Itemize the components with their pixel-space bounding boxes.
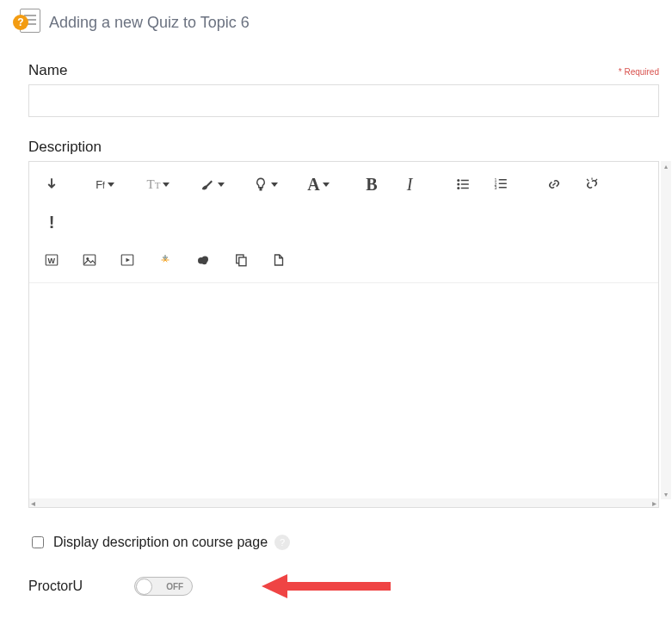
name-input[interactable] bbox=[28, 84, 659, 117]
quiz-help-badge: ? bbox=[13, 15, 28, 30]
annotation-arrow bbox=[262, 579, 391, 594]
sparkle-button[interactable] bbox=[146, 244, 184, 275]
exclaim-button[interactable]: ! bbox=[33, 207, 71, 238]
numbered-list-button[interactable]: 123 bbox=[482, 169, 520, 200]
page-title: Adding a new Quiz to Topic 6 bbox=[49, 14, 250, 32]
svg-rect-1 bbox=[461, 180, 469, 182]
svg-rect-9 bbox=[499, 183, 507, 185]
svg-rect-11 bbox=[499, 187, 507, 189]
font-color-dropdown[interactable]: A bbox=[299, 169, 337, 200]
heading-dropdown[interactable]: TT bbox=[139, 169, 177, 200]
word-import-button[interactable]: W bbox=[33, 244, 71, 275]
help-icon[interactable]: ? bbox=[274, 535, 290, 550]
editor-v-scrollbar[interactable]: ▴ ▾ bbox=[661, 161, 671, 499]
description-input[interactable] bbox=[29, 283, 658, 498]
unlink-button[interactable] bbox=[573, 169, 611, 200]
svg-rect-14 bbox=[83, 255, 96, 265]
lightbulb-dropdown[interactable] bbox=[246, 169, 284, 200]
svg-text:W: W bbox=[48, 257, 56, 265]
brush-dropdown[interactable] bbox=[193, 169, 231, 200]
svg-rect-3 bbox=[461, 183, 469, 185]
bold-button[interactable]: B bbox=[353, 169, 391, 200]
svg-point-2 bbox=[457, 183, 459, 186]
editor-toolbar: Ff TT A bbox=[29, 162, 658, 283]
description-label: Description bbox=[28, 139, 102, 156]
image-button[interactable] bbox=[71, 244, 108, 275]
proctoru-row: ProctorU OFF bbox=[28, 577, 659, 596]
toggle-knob bbox=[136, 579, 152, 595]
required-note: * Required bbox=[619, 67, 659, 77]
display-description-row: Display description on course page ? bbox=[28, 534, 659, 551]
video-button[interactable] bbox=[108, 244, 146, 275]
description-field-block: Description Ff TT bbox=[28, 139, 659, 508]
svg-rect-7 bbox=[499, 179, 507, 181]
svg-point-0 bbox=[457, 179, 459, 182]
svg-rect-5 bbox=[461, 188, 469, 189]
proctoru-label: ProctorU bbox=[28, 579, 83, 594]
svg-point-4 bbox=[457, 187, 459, 189]
display-description-checkbox[interactable] bbox=[32, 536, 44, 548]
rich-text-editor: Ff TT A bbox=[28, 161, 659, 508]
paste-button[interactable] bbox=[260, 244, 298, 275]
svg-rect-21 bbox=[239, 257, 246, 266]
svg-point-19 bbox=[202, 259, 207, 264]
copy-button[interactable] bbox=[222, 244, 260, 275]
quiz-icon: ? bbox=[13, 9, 40, 36]
toggle-state-text: OFF bbox=[166, 582, 183, 591]
toggle-toolbar-icon[interactable] bbox=[33, 169, 71, 200]
link-button[interactable] bbox=[535, 169, 573, 200]
name-label: Name bbox=[28, 62, 67, 79]
name-field-block: Name * Required bbox=[28, 62, 659, 117]
proctoru-toggle[interactable]: OFF bbox=[134, 577, 193, 596]
font-family-dropdown[interactable]: Ff bbox=[86, 169, 124, 200]
display-description-label: Display description on course page bbox=[53, 535, 268, 550]
italic-button[interactable]: I bbox=[391, 169, 428, 200]
cloud-button[interactable] bbox=[184, 244, 222, 275]
page-header: ? Adding a new Quiz to Topic 6 bbox=[13, 9, 659, 36]
svg-text:3: 3 bbox=[495, 185, 497, 190]
editor-h-scrollbar[interactable]: ◂▸ bbox=[29, 498, 658, 507]
bullet-list-button[interactable] bbox=[444, 169, 482, 200]
